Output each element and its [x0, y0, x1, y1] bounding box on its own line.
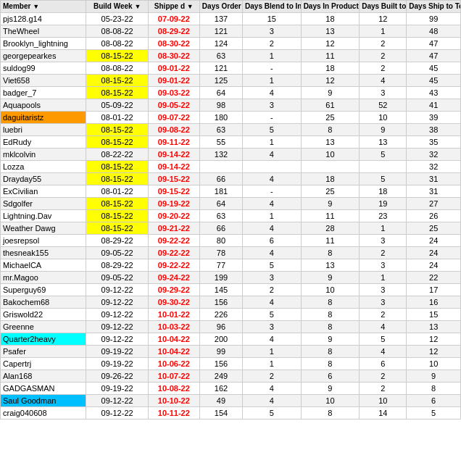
cell-built-ship: 5	[360, 173, 407, 185]
cell-prod-built: 6	[301, 370, 360, 383]
cell-build: 08-15-22	[86, 173, 148, 185]
cell-member: Aquapools	[1, 99, 86, 112]
cell-member: pjs128.g14	[1, 13, 86, 25]
cell-prod-built: 9	[301, 198, 360, 210]
cell-built-ship: 19	[360, 198, 407, 210]
cell-ship-today: 47	[407, 38, 461, 50]
cell-shipped: 09-30-22	[148, 296, 199, 309]
cell-built-ship: 23	[360, 210, 407, 222]
cell-build: 09-19-22	[86, 383, 148, 395]
header-days-blend[interactable]: Days Blend to In Production	[243, 1, 302, 13]
cell-order-blend: 99	[199, 346, 242, 358]
cell-blend-prod: 3	[243, 99, 302, 112]
cell-prod-built: 8	[301, 407, 360, 419]
header-days-in[interactable]: Days In Production to Built	[301, 1, 360, 13]
table-row: Bakochem6809-12-2209-30-2215648316	[1, 296, 461, 309]
cell-ship-today: 8	[407, 383, 461, 395]
main-table: Member ▼ Build Week ▼ Shippe d ▼ Days Or…	[0, 0, 461, 419]
cell-build: 08-08-22	[86, 62, 148, 75]
cell-prod-built: 10	[301, 149, 360, 161]
cell-ship-today: 24	[407, 247, 461, 259]
cell-ship-today: 22	[407, 272, 461, 284]
cell-shipped: 09-15-22	[148, 173, 199, 185]
cell-prod-built: 13	[301, 136, 360, 149]
cell-blend-prod: -	[243, 185, 302, 198]
cell-build: 09-26-22	[86, 370, 148, 383]
cell-built-ship: 1	[360, 25, 407, 38]
cell-built-ship: 2	[360, 50, 407, 62]
cell-blend-prod: 5	[243, 259, 302, 272]
cell-member: thesneak155	[1, 247, 86, 259]
header-days-built[interactable]: Days Built to Ship	[360, 1, 407, 13]
cell-order-blend: 156	[199, 358, 242, 370]
cell-built-ship: 1	[360, 272, 407, 284]
cell-blend-prod: 2	[243, 370, 302, 383]
cell-built-ship: 10	[360, 112, 407, 124]
cell-order-blend: 181	[199, 185, 242, 198]
cell-member: Drayday55	[1, 173, 86, 185]
cell-blend-prod: 3	[243, 25, 302, 38]
cell-shipped: 10-11-22	[148, 407, 199, 419]
cell-build: 09-12-22	[86, 284, 148, 296]
header-member[interactable]: Member ▼	[1, 1, 86, 13]
table-row: joesrepsol08-29-2209-22-2280611324	[1, 235, 461, 247]
cell-built-ship: 3	[360, 284, 407, 296]
header-days-ship[interactable]: Days Ship to Today	[407, 1, 461, 13]
cell-order-blend: 96	[199, 321, 242, 333]
cell-build: 05-09-22	[86, 99, 148, 112]
cell-shipped: 09-01-22	[148, 62, 199, 75]
table-row: Alan16809-26-2210-07-222492629	[1, 370, 461, 383]
header-days-order[interactable]: Days Order to Blend	[199, 1, 242, 13]
cell-shipped: 09-01-22	[148, 75, 199, 87]
cell-build: 09-12-22	[86, 407, 148, 419]
cell-ship-today: 26	[407, 210, 461, 222]
cell-built-ship: 10	[360, 395, 407, 407]
header-row: Member ▼ Build Week ▼ Shippe d ▼ Days Or…	[1, 1, 461, 13]
cell-ship-today: 16	[407, 296, 461, 309]
cell-build: 08-29-22	[86, 259, 148, 272]
cell-ship-today: 25	[407, 222, 461, 235]
cell-built-ship: 4	[360, 75, 407, 87]
cell-prod-built: 9	[301, 333, 360, 346]
cell-prod-built: 25	[301, 112, 360, 124]
cell-order-blend: 66	[199, 222, 242, 235]
cell-ship-today: 45	[407, 62, 461, 75]
cell-ship-today: 43	[407, 87, 461, 99]
cell-blend-prod: 2	[243, 284, 302, 296]
cell-build: 08-08-22	[86, 25, 148, 38]
cell-ship-today: 32	[407, 161, 461, 173]
table-body: pjs128.g1405-23-2207-09-2213715181299The…	[1, 13, 461, 419]
cell-order-blend: 226	[199, 309, 242, 321]
cell-blend-prod: 4	[243, 87, 302, 99]
cell-prod-built: 13	[301, 25, 360, 38]
cell-ship-today: 45	[407, 75, 461, 87]
cell-ship-today: 39	[407, 112, 461, 124]
cell-blend-prod	[243, 161, 302, 173]
cell-blend-prod: 4	[243, 173, 302, 185]
cell-member: daguitaristz	[1, 112, 86, 124]
cell-shipped: 08-29-22	[148, 25, 199, 38]
header-shipped[interactable]: Shippe d ▼	[148, 1, 199, 13]
cell-shipped: 10-04-22	[148, 346, 199, 358]
cell-shipped: 09-07-22	[148, 112, 199, 124]
header-build[interactable]: Build Week ▼	[86, 1, 148, 13]
cell-prod-built: 8	[301, 247, 360, 259]
table-row: Lightning.Dav08-15-2209-20-22631112326	[1, 210, 461, 222]
table-row: Capertrj09-19-2210-06-2215618610	[1, 358, 461, 370]
cell-order-blend: 64	[199, 87, 242, 99]
cell-order-blend: 156	[199, 296, 242, 309]
cell-blend-prod: 5	[243, 124, 302, 136]
cell-shipped: 07-09-22	[148, 13, 199, 25]
cell-blend-prod: 15	[243, 13, 302, 25]
cell-prod-built: 8	[301, 321, 360, 333]
cell-built-ship: 14	[360, 407, 407, 419]
cell-shipped: 09-19-22	[148, 198, 199, 210]
cell-build: 08-22-22	[86, 149, 148, 161]
cell-shipped: 09-29-22	[148, 284, 199, 296]
cell-built-ship: 3	[360, 87, 407, 99]
cell-built-ship: 3	[360, 259, 407, 272]
cell-ship-today: 6	[407, 395, 461, 407]
cell-shipped: 10-03-22	[148, 321, 199, 333]
cell-prod-built: 11	[301, 210, 360, 222]
table-row: Lozza08-15-2209-14-2232	[1, 161, 461, 173]
